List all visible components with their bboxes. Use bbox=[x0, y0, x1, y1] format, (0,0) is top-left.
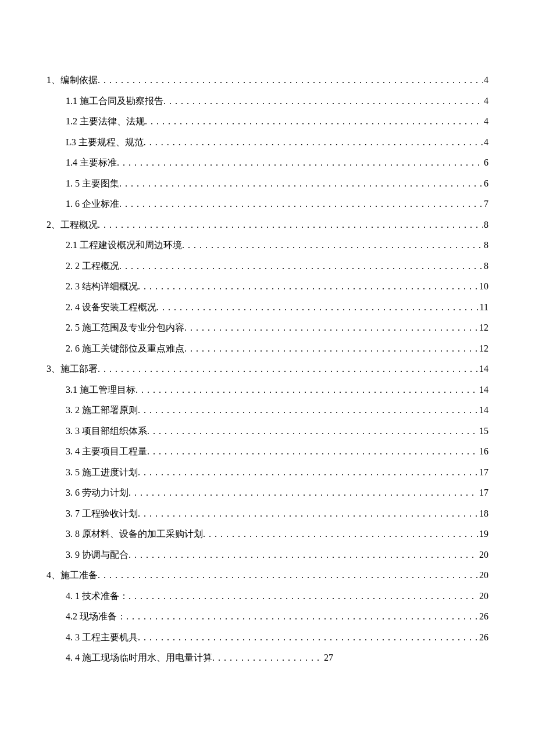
toc-leaders bbox=[98, 571, 478, 580]
toc-row: L3 主要规程、规范 4 bbox=[66, 138, 488, 147]
toc-label: 1.2 主要法律、法规 bbox=[66, 117, 145, 126]
toc-page: 1、编制依据 41.1 施工合同及勘察报告 41.2 主要法律、法规 4L3 主… bbox=[47, 76, 488, 674]
toc-label: 2.1 工程建设概况和周边环境 bbox=[66, 241, 182, 250]
toc-leaders bbox=[129, 592, 478, 601]
toc-leaders bbox=[138, 406, 478, 415]
toc-label: 3. 3 项目部组织体系 bbox=[66, 427, 147, 436]
toc-row: 4、施工准备 20 bbox=[47, 571, 488, 580]
toc-label: 3. 8 原材料、设备的加工采购计划 bbox=[66, 529, 203, 539]
toc-pagenum: 11 bbox=[479, 303, 488, 312]
toc-pagenum: 27 bbox=[323, 653, 333, 662]
toc-leaders bbox=[145, 117, 483, 126]
toc-row: 3.1 施工管理目标 14 bbox=[66, 385, 488, 395]
toc-leaders bbox=[156, 303, 479, 312]
toc-pagenum: 8 bbox=[483, 241, 488, 250]
toc-leaders bbox=[119, 179, 483, 188]
toc-label: 3. 2 施工部署原则 bbox=[66, 406, 138, 415]
toc-leaders bbox=[138, 282, 478, 291]
toc-leaders bbox=[119, 261, 483, 271]
toc-row: 2、工程概况 8 bbox=[47, 220, 488, 230]
toc-pagenum: 18 bbox=[478, 509, 488, 518]
toc-row: 3. 8 原材料、设备的加工采购计划 19 bbox=[66, 529, 488, 539]
toc-label: 1、编制依据 bbox=[47, 76, 98, 85]
toc-pagenum: 4 bbox=[483, 96, 488, 106]
toc-pagenum: 12 bbox=[478, 344, 488, 353]
toc-label: L3 主要规程、规范 bbox=[66, 138, 144, 147]
toc-pagenum: 20 bbox=[478, 592, 488, 601]
toc-label: 4、施工准备 bbox=[47, 571, 98, 580]
toc-row: 1、编制依据 4 bbox=[47, 76, 488, 85]
toc-label: 4. 4 施工现场临时用水、用电量计算 bbox=[66, 653, 212, 662]
toc-pagenum: 6 bbox=[483, 179, 488, 188]
toc-leaders bbox=[212, 653, 323, 662]
toc-row: 2. 3 结构详细概况 10 bbox=[66, 282, 488, 291]
toc-row: 2. 4 设备安装工程概况 11 bbox=[66, 303, 488, 312]
toc-leaders bbox=[147, 427, 478, 436]
toc-leaders bbox=[138, 509, 478, 518]
toc-row: 3. 4 主要项目工程量 16 bbox=[66, 447, 488, 456]
toc-leaders bbox=[182, 241, 483, 250]
toc-label: 2. 2 工程概况 bbox=[66, 261, 119, 271]
toc-label: 4.2 现场准备： bbox=[66, 612, 126, 621]
toc-leaders bbox=[138, 468, 478, 477]
toc-pagenum: 4 bbox=[483, 76, 488, 85]
toc-leaders bbox=[126, 612, 478, 621]
toc-pagenum: 8 bbox=[483, 261, 488, 271]
toc-row: 2. 5 施工范围及专业分包内容 12 bbox=[66, 323, 488, 332]
toc-label: 2、工程概况 bbox=[47, 220, 98, 230]
toc-leaders bbox=[98, 220, 483, 230]
toc-label: 1.1 施工合同及勘察报告 bbox=[66, 96, 163, 106]
toc-row: 4. 3 工程主要机具 26 bbox=[66, 633, 488, 642]
toc-row: 1.4 主要标准 6 bbox=[66, 158, 488, 167]
toc-label: 2. 6 施工关键部位及重点难点 bbox=[66, 344, 184, 353]
toc-label: 4. 1 技术准备： bbox=[66, 592, 129, 601]
toc-leaders bbox=[98, 364, 478, 374]
toc-row: 4. 4 施工现场临时用水、用电量计算 27 bbox=[66, 653, 488, 662]
toc-label: 1.4 主要标准 bbox=[66, 158, 117, 167]
toc-label: 1. 5 主要图集 bbox=[66, 179, 119, 188]
toc-row: 1. 6 企业标准 7 bbox=[66, 199, 488, 209]
toc-label: 3. 7 工程验收计划 bbox=[66, 509, 138, 518]
toc-leaders bbox=[203, 529, 478, 539]
toc-row: 2. 6 施工关键部位及重点难点 12 bbox=[66, 344, 488, 353]
toc-leaders bbox=[117, 158, 483, 167]
toc-leaders bbox=[184, 344, 478, 353]
toc-label: 3. 9 协调与配合 bbox=[66, 550, 129, 560]
toc-pagenum: 19 bbox=[478, 529, 488, 539]
toc-row: 3. 6 劳动力计划 17 bbox=[66, 488, 488, 497]
toc-pagenum: 26 bbox=[478, 633, 488, 642]
toc-row: 1.1 施工合同及勘察报告 4 bbox=[66, 96, 488, 106]
toc-row: 3. 3 项目部组织体系 15 bbox=[66, 427, 488, 436]
toc-label: 3. 6 劳动力计划 bbox=[66, 488, 129, 497]
toc-row: 2.1 工程建设概况和周边环境 8 bbox=[66, 241, 488, 250]
toc-label: 2. 3 结构详细概况 bbox=[66, 282, 138, 291]
toc-label: 1. 6 企业标准 bbox=[66, 199, 119, 209]
toc-label: 2. 5 施工范围及专业分包内容 bbox=[66, 323, 184, 332]
toc-label: 3.1 施工管理目标 bbox=[66, 385, 135, 395]
toc-pagenum: 17 bbox=[478, 488, 488, 497]
toc-leaders bbox=[144, 138, 483, 147]
toc-row: 4. 1 技术准备： 20 bbox=[66, 592, 488, 601]
toc-row: 1. 5 主要图集 6 bbox=[66, 179, 488, 188]
toc-leaders bbox=[147, 447, 478, 456]
toc-label: 3. 5 施工进度计划 bbox=[66, 468, 138, 477]
toc-pagenum: 8 bbox=[483, 220, 488, 230]
toc-pagenum: 20 bbox=[478, 571, 488, 580]
toc-pagenum: 16 bbox=[478, 447, 488, 456]
toc-leaders bbox=[184, 323, 478, 332]
toc-pagenum: 17 bbox=[478, 468, 488, 477]
toc-row: 3. 7 工程验收计划 18 bbox=[66, 509, 488, 518]
toc-pagenum: 20 bbox=[478, 550, 488, 560]
toc-pagenum: 6 bbox=[483, 158, 488, 167]
toc-row: 3. 5 施工进度计划 17 bbox=[66, 468, 488, 477]
toc-leaders bbox=[129, 550, 478, 560]
toc-leaders bbox=[163, 96, 483, 106]
toc-pagenum: 7 bbox=[483, 199, 488, 209]
toc-leaders bbox=[138, 633, 478, 642]
toc-pagenum: 14 bbox=[478, 406, 488, 415]
toc-row: 4.2 现场准备： 26 bbox=[66, 612, 488, 621]
toc-row: 2. 2 工程概况 8 bbox=[66, 261, 488, 271]
toc-pagenum: 15 bbox=[478, 427, 488, 436]
toc-pagenum: 14 bbox=[478, 385, 488, 395]
toc-leaders bbox=[129, 488, 478, 497]
